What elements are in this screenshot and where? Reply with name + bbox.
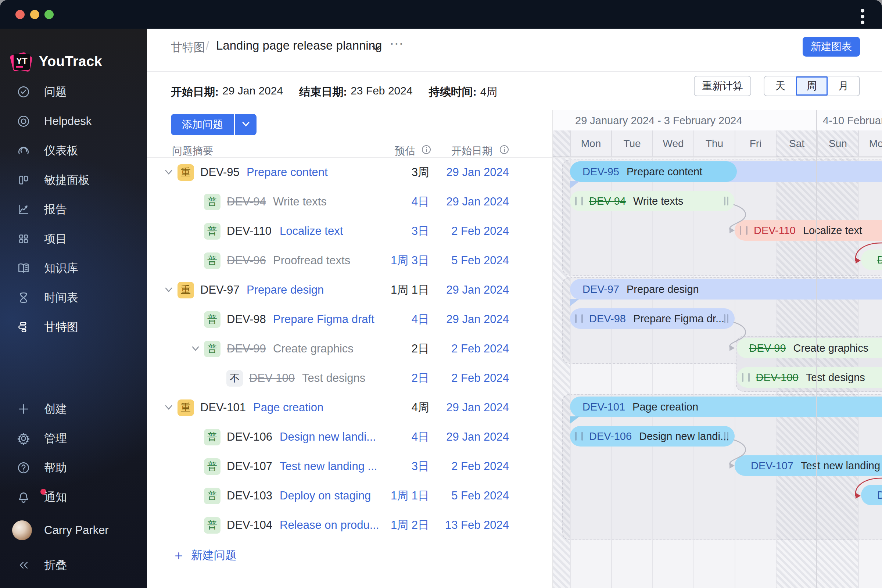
drag-handle-icon[interactable] [575, 196, 577, 206]
priority-badge[interactable]: 不 [226, 370, 243, 387]
gantt-bar-progress-DEV-95[interactable]: DEV-95Prepare content [570, 161, 737, 182]
gantt-bar-DEV-98[interactable]: DEV-98Prepare Figma dr... [570, 308, 735, 329]
table-row[interactable]: 普DEV-96Proofread texts1周 3日5 Feb 2024 [147, 246, 552, 275]
sidebar-item-collapse[interactable]: 折叠 [0, 554, 147, 577]
close-window-button[interactable] [15, 10, 25, 19]
drag-handle-icon[interactable] [724, 196, 726, 206]
issue-id[interactable]: DEV-104 [227, 510, 272, 540]
table-row[interactable]: 重DEV-101Page creation4周29 Jan 2024 [147, 393, 552, 422]
gantt-bar-DEV-110[interactable]: DEV-110Localize text [735, 220, 882, 241]
issue-id[interactable]: DEV-94 [227, 187, 266, 216]
zoom-option-天[interactable]: 天 [764, 76, 796, 96]
issue-start-date[interactable]: 29 Jan 2024 [446, 187, 509, 216]
issue-estimate[interactable]: 2日 [412, 334, 429, 363]
issue-id[interactable]: DEV-99 [227, 334, 266, 363]
column-header-estimate[interactable]: 预估 [395, 144, 415, 158]
drag-handle-icon[interactable] [727, 196, 728, 206]
issue-summary[interactable]: Design new landi... [280, 422, 376, 452]
sidebar-item-hourglass[interactable]: 时间表 [0, 286, 147, 309]
issue-estimate[interactable]: 3日 [412, 452, 429, 481]
sidebar-item-board[interactable]: 敏捷面板 [0, 168, 147, 192]
drag-handle-icon[interactable] [575, 314, 577, 323]
issue-summary[interactable]: Prepare Figma draft [273, 304, 375, 334]
issue-id[interactable]: DEV-107 [227, 452, 272, 481]
table-row[interactable]: 普DEV-98Prepare Figma draft4日29 Jan 2024 [147, 304, 552, 334]
drag-handle-icon[interactable] [748, 373, 750, 382]
priority-badge[interactable]: 普 [204, 194, 220, 210]
sidebar-item-chart[interactable]: 报告 [0, 198, 147, 221]
new-chart-button[interactable]: 新建图表 [802, 37, 860, 57]
sidebar-item-gantt[interactable]: 甘特图 [0, 315, 147, 339]
issue-id[interactable]: DEV-100 [249, 363, 295, 393]
gantt-bar-DEV-107[interactable]: DEV-107Test new landing page [735, 455, 882, 476]
issue-summary[interactable]: Deploy on staging [280, 481, 371, 510]
issue-summary[interactable]: Test new landing ... [280, 452, 377, 481]
drag-handle-icon[interactable] [742, 373, 744, 382]
drag-handle-icon[interactable] [724, 432, 726, 441]
issue-estimate[interactable]: 3周 [412, 158, 429, 187]
issue-start-date[interactable]: 2 Feb 2024 [451, 334, 509, 363]
issue-estimate[interactable]: 4周 [412, 393, 429, 422]
issue-start-date[interactable]: 29 Jan 2024 [446, 304, 509, 334]
gantt-bar-DEV-103[interactable]: DEV-103Deploy on staging [861, 485, 882, 506]
priority-badge[interactable]: 重 [177, 164, 194, 181]
issue-summary[interactable]: Page creation [253, 393, 323, 422]
sidebar-item-bell[interactable]: 通知 [0, 486, 147, 509]
issue-start-date[interactable]: 13 Feb 2024 [445, 510, 509, 540]
info-icon[interactable] [500, 145, 509, 157]
issue-id[interactable]: DEV-95 [200, 158, 240, 187]
drag-handle-icon[interactable] [581, 314, 583, 323]
issue-estimate[interactable]: 3日 [412, 216, 429, 246]
more-options-icon[interactable]: ⋯ [390, 35, 404, 51]
gantt-bar-DEV-106[interactable]: DEV-106Design new landi... [570, 426, 735, 447]
expand-chevron-icon[interactable] [164, 275, 174, 304]
gantt-bar-DEV-100[interactable]: DEV-100Test designs [737, 367, 882, 388]
sidebar-item-user[interactable]: Carry Parker [0, 519, 147, 542]
gantt-bar-DEV-96[interactable]: DEV-96Proofread texts [861, 249, 882, 270]
sidebar-item-gauge[interactable]: 仪表板 [0, 139, 147, 162]
add-issue-dropdown-button[interactable] [235, 114, 256, 135]
drag-handle-icon[interactable] [727, 314, 728, 323]
column-header-summary[interactable]: 问题摘要 [172, 144, 213, 158]
drag-handle-icon[interactable] [581, 196, 583, 206]
table-row[interactable]: 普DEV-107Test new landing ...3日2 Feb 2024 [147, 452, 552, 481]
issue-start-date[interactable]: 29 Jan 2024 [446, 275, 509, 304]
issue-estimate[interactable]: 1周 1日 [391, 481, 429, 510]
issue-summary[interactable]: Prepare content [247, 158, 328, 187]
table-row[interactable]: 普DEV-110Localize text3日2 Feb 2024 [147, 216, 552, 246]
column-header-start-date[interactable]: 开始日期 [451, 144, 492, 158]
issue-summary[interactable]: Write texts [273, 187, 327, 216]
table-row[interactable]: 普DEV-106Design new landi...4日29 Jan 2024 [147, 422, 552, 452]
issue-summary[interactable]: Test designs [302, 363, 365, 393]
issue-summary[interactable]: Release on produ... [280, 510, 379, 540]
issue-estimate[interactable]: 1周 2日 [391, 510, 429, 540]
chevron-down-icon[interactable] [371, 45, 381, 53]
drag-handle-icon[interactable] [727, 432, 728, 441]
drag-handle-icon[interactable] [581, 432, 583, 441]
drag-handle-icon[interactable] [575, 432, 577, 441]
priority-badge[interactable]: 普 [204, 458, 220, 475]
gantt-bar-DEV-101[interactable]: DEV-101Page creation [570, 396, 882, 417]
gantt-bar-DEV-97[interactable]: DEV-97Prepare design [570, 279, 882, 300]
issue-start-date[interactable]: 2 Feb 2024 [451, 363, 509, 393]
sidebar-item-gear[interactable]: 管理 [0, 427, 147, 450]
issue-start-date[interactable]: 2 Feb 2024 [451, 452, 509, 481]
table-row[interactable]: 不DEV-100Test designs2日2 Feb 2024 [147, 363, 552, 393]
issue-summary[interactable]: Localize text [280, 216, 343, 246]
issue-estimate[interactable]: 1周 3日 [391, 246, 429, 275]
issue-estimate[interactable]: 4日 [412, 187, 429, 216]
issue-start-date[interactable]: 5 Feb 2024 [451, 246, 509, 275]
table-row[interactable]: 普DEV-104Release on produ...1周 2日13 Feb 2… [147, 510, 552, 540]
drag-handle-icon[interactable] [740, 226, 741, 235]
issue-start-date[interactable]: 5 Feb 2024 [451, 481, 509, 510]
add-issue-button[interactable]: 添加问题 [171, 114, 234, 135]
issue-id[interactable]: DEV-103 [227, 481, 272, 510]
issue-id[interactable]: DEV-101 [200, 393, 246, 422]
issue-start-date[interactable]: 2 Feb 2024 [451, 216, 509, 246]
priority-badge[interactable]: 重 [177, 282, 194, 298]
issue-id[interactable]: DEV-106 [227, 422, 272, 452]
priority-badge[interactable]: 普 [204, 311, 220, 328]
gantt-bar-DEV-94[interactable]: DEV-94Write texts [570, 191, 735, 212]
youtrack-logo-icon[interactable]: YT [9, 50, 33, 74]
maximize-window-button[interactable] [45, 10, 54, 19]
